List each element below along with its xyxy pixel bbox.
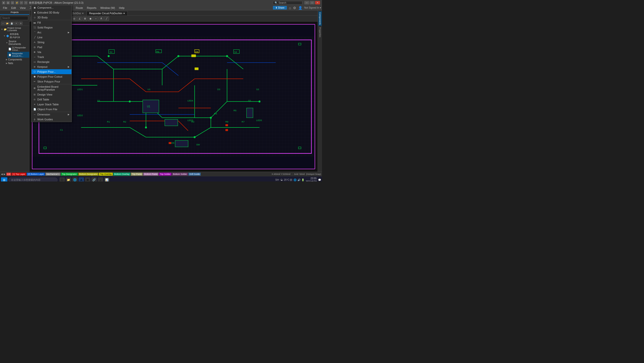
layer-chip-bot-ov[interactable]: Bottom Overlay [113, 173, 130, 176]
menu-embedded-board[interactable]: ⊞ Embedded Board Array/Panelize [32, 84, 72, 92]
menu-edit[interactable]: Edit [9, 6, 18, 10]
open-btn[interactable]: 📂 [6, 22, 9, 25]
menu-rectangle[interactable]: ▭ Rectangle [32, 60, 72, 64]
minimize-button[interactable]: ─ [304, 1, 309, 4]
menu-solid-region[interactable]: ⬛ Solid Region [32, 25, 72, 30]
taskbar-icon-explorer[interactable]: 📁 [66, 177, 71, 182]
menu-work-guides[interactable]: ┼ Work Guides [32, 117, 72, 122]
menu-window[interactable]: Window (W) [98, 6, 117, 10]
taskbar-icon-app3[interactable]: 📊 [104, 177, 110, 182]
tray-icon-1[interactable]: S中 [275, 178, 280, 182]
nav-next[interactable]: ▶ [4, 173, 6, 175]
right-tab-components[interactable]: Components [318, 11, 322, 26]
menu-slice-polygon[interactable]: ✂ Slice Polygon Pour [32, 79, 72, 84]
menu-drill-table[interactable]: ⊙ Drill Table [32, 97, 72, 102]
layer-chip-top-paste[interactable]: Top Paste [131, 173, 143, 176]
layer-chip-ls[interactable]: LS [6, 173, 11, 176]
menu-dimension[interactable]: ↔ Dimension ▶ [32, 112, 72, 117]
menu-3d-body[interactable]: ◇ 3D Body [32, 15, 72, 20]
tray-icon-sound[interactable]: 🔊 [298, 178, 300, 181]
layer-chip-top-des[interactable]: Top Designator [61, 173, 78, 176]
app-icon-6: ↪ [24, 1, 28, 4]
pcb-canvas[interactable]: S2 R6 D4 S4 LED1 LED2 LED4 LED3 LED5 [30, 22, 318, 172]
menu-extruded-3d[interactable]: ◆ Extruded 3D Body [32, 10, 72, 15]
menu-route[interactable]: Route [74, 6, 85, 10]
menu-reports[interactable]: Reports [85, 6, 98, 10]
menu-line[interactable]: ╱ Line [32, 35, 72, 40]
layer-chip-bot-paste[interactable]: Bottom Paste [143, 173, 158, 176]
layer-chip-drill[interactable]: Drill Guide [188, 173, 201, 176]
settings-icon[interactable]: ⚙ [293, 6, 296, 10]
tab-pcbdochtm[interactable]: Responder Circuit.PcbDochtm ✕ [86, 11, 128, 16]
nav-prev[interactable]: ◀ [1, 173, 3, 175]
menu-via[interactable]: ⊕ Via [32, 50, 72, 54]
menu-polygon-cutout[interactable]: ⬢ Polygon Pour Cutout [32, 74, 72, 79]
layer-chip-top[interactable]: [1] Top Layer [12, 173, 26, 176]
share-button[interactable]: ⬆ Share [273, 6, 287, 10]
angle-btn[interactable]: ∠ [77, 16, 82, 21]
menu-keepout[interactable]: ⊘ Keepout ▶ [32, 64, 72, 69]
tree-nets[interactable]: ▶ Nets [5, 62, 29, 65]
menu-layer-stack[interactable]: ≡ Layer Stack Table [32, 102, 72, 107]
tree-sch-doc[interactable]: 📄 [1] Responder Circui... [7, 46, 29, 52]
menu-polygon-pour[interactable]: ⬡ Polygon Pour... [32, 69, 72, 74]
tree-project-group[interactable]: ▼ 📁 Project Group 1.DsnWrk [0, 26, 29, 32]
tray-icon-network[interactable]: 🌐 [294, 178, 296, 181]
home-icon[interactable]: ⌂ [289, 6, 291, 10]
right-tab-properties[interactable]: Properties [318, 26, 322, 38]
menu-pad[interactable]: ◎ Pad [32, 45, 72, 50]
measure-btn[interactable]: ↔ [93, 16, 98, 21]
close-button[interactable]: ✕ [315, 1, 320, 4]
save-btn[interactable]: 💾 [10, 22, 14, 25]
layer-chip-mech[interactable]: Mechanical 1 [46, 173, 60, 176]
tree-project[interactable]: ▼ 🔷 抢答器电路.PrjPCB [2, 32, 29, 40]
taskbar-icon-altium[interactable]: A [78, 177, 84, 182]
text-btn[interactable]: A [99, 16, 104, 21]
taskbar-search[interactable]: 在这里输入你想搜索的内容 [8, 178, 58, 182]
pin-btn[interactable]: ◎ [72, 16, 77, 21]
restore-button[interactable]: □ [310, 1, 315, 4]
start-button[interactable]: ⊞ [1, 177, 7, 182]
menu-track[interactable]: ─ Track [32, 54, 72, 60]
new-btn[interactable]: + [1, 22, 5, 25]
menu-help[interactable]: Help [117, 6, 126, 10]
menu-fill[interactable]: ▬ Fill [32, 20, 72, 25]
tree-source-docs[interactable]: ▼ Source Documents [5, 40, 29, 46]
tree-pcb-doc[interactable]: 📋 Responder Circuit.Pc... [7, 52, 29, 58]
account-icon[interactable]: 👤 [298, 6, 302, 10]
menu-object-file[interactable]: 📄 Object From File [32, 107, 72, 112]
menu-string[interactable]: A String [32, 40, 72, 45]
menu-view[interactable]: View [18, 6, 28, 10]
tree-components[interactable]: ▶ Components [5, 58, 29, 62]
svg-rect-80 [169, 142, 172, 144]
settings-proj-btn[interactable]: ⚙ [19, 22, 22, 25]
menu-arc[interactable]: ⌒ Arc ▶ [32, 30, 72, 35]
line-btn[interactable]: ╱ [104, 16, 109, 21]
system-clock[interactable]: 23:55 2021/6/23 [306, 177, 317, 182]
tab-projects[interactable]: Projects [0, 10, 29, 15]
svg-rect-78 [226, 124, 228, 126]
taskbar-icon-app2[interactable]: ♪ [98, 177, 103, 182]
clock-time: 23:55 [306, 177, 317, 180]
menu-file[interactable]: File [1, 6, 9, 10]
layer-chip-bot-des[interactable]: Bottom Designator [78, 173, 99, 176]
close-proj-btn[interactable]: ✕ [14, 22, 18, 25]
taskbar-icon-settings[interactable]: ⚙ [85, 177, 90, 182]
via-btn[interactable]: ◉ [88, 16, 93, 21]
title-search-box[interactable]: 🔍 Search [273, 1, 302, 5]
layer-chip-bot-solder[interactable]: Bottom Solder [172, 173, 188, 176]
layer-chip-top-solder[interactable]: Top Solder [159, 173, 172, 176]
taskbar-icon-app1[interactable]: 🔗 [91, 177, 97, 182]
menu-design-view[interactable]: ⊟ Design View [32, 92, 72, 97]
tray-icon-battery[interactable]: 🔋 [301, 178, 304, 181]
trace-btn[interactable]: ⊞ [82, 16, 88, 21]
layer-chip-bottom[interactable]: [2] Bottom Layer [27, 173, 45, 176]
menu-component[interactable]: ▣ Component... [32, 5, 72, 10]
tray-icon-2[interactable]: 🌤 [280, 178, 283, 181]
title-search-label: Search [278, 2, 286, 4]
taskbar-icon-task[interactable]: ⬡ [60, 177, 65, 182]
layer-chip-top-ov[interactable]: Top Overlay [99, 173, 113, 176]
taskbar-icon-edge[interactable]: 🌐 [72, 177, 78, 182]
notification-icon[interactable]: 💬 [318, 178, 321, 181]
search-input[interactable] [1, 16, 28, 20]
